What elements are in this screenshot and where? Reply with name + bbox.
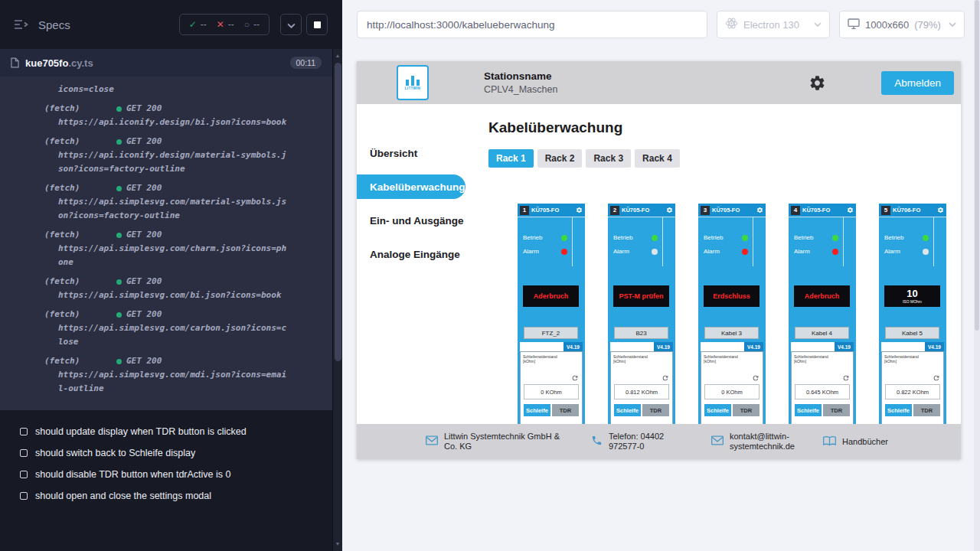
page-title: Kabelüberwachung bbox=[488, 119, 961, 136]
log-entry[interactable]: (fetch)GET 200 https://api.simplesvg.com… bbox=[0, 275, 332, 302]
footer-email[interactable]: kontakt@littwin-systemtechnik.de bbox=[711, 432, 806, 452]
refresh-icon[interactable] bbox=[933, 374, 940, 382]
footer-manuals[interactable]: Handbücher bbox=[823, 435, 888, 448]
tdr-button[interactable]: TDR bbox=[913, 404, 940, 416]
cable-name: Kabel 4 bbox=[795, 327, 849, 339]
scroll-up-arrow[interactable]: ▲ bbox=[333, 52, 342, 60]
firmware-version: V4.19 bbox=[564, 342, 583, 351]
spec-file-header[interactable]: kue705fo.cy.ts 00:11 bbox=[0, 49, 332, 77]
measurement-panel: Schleifenwiderstand [kOhm] 0 KOhm Schlei… bbox=[520, 351, 583, 424]
device-number-badge: 1 bbox=[520, 206, 529, 215]
measurement-value: 0 KOhm bbox=[524, 384, 579, 399]
sidebar-item-uebersicht[interactable]: Übersicht bbox=[357, 141, 473, 165]
tab-rack-1[interactable]: Rack 1 bbox=[488, 149, 534, 168]
tab-rack-4[interactable]: Rack 4 bbox=[635, 149, 680, 168]
stat-failed: ✕-- bbox=[217, 19, 234, 30]
refresh-icon[interactable] bbox=[752, 374, 760, 382]
test-item[interactable]: should switch back to Schleife display bbox=[0, 442, 332, 464]
schleife-button[interactable]: Schleife bbox=[524, 404, 550, 416]
test-item[interactable]: should open and close the settings modal bbox=[0, 485, 332, 507]
specs-menu-icon[interactable] bbox=[14, 19, 29, 30]
mail-icon bbox=[711, 435, 724, 448]
address-bar[interactable] bbox=[357, 11, 707, 38]
stop-button[interactable] bbox=[306, 14, 328, 35]
refresh-icon[interactable] bbox=[842, 374, 850, 382]
tab-rack-2[interactable]: Rack 2 bbox=[537, 149, 583, 168]
viewport-selector[interactable]: 1000x660 (79%) bbox=[839, 11, 965, 38]
device-settings-icon[interactable] bbox=[576, 207, 583, 214]
status-ok-dot bbox=[116, 233, 122, 238]
alarm-label: Alarm bbox=[704, 248, 720, 255]
tdr-button[interactable]: TDR bbox=[552, 404, 579, 416]
divider bbox=[753, 217, 753, 266]
app-header: LITTWIN Stationsname CPLV4_Maschen Abmel… bbox=[357, 61, 961, 104]
test-box-icon bbox=[20, 492, 28, 500]
footer-company: Littwin Systemtechnik GmbH & Co. KG bbox=[426, 432, 574, 452]
cable-name: FTZ_2 bbox=[524, 327, 578, 339]
log-entry[interactable]: (fetch)GET 200 https://api.simplesvg.com… bbox=[0, 308, 332, 349]
schleife-button[interactable]: Schleife bbox=[704, 404, 731, 416]
sidebar-item-analoge-eingaenge[interactable]: Analoge Eingänge bbox=[357, 242, 473, 266]
log-entry[interactable]: (fetch)GET 200 https://api.iconify.desig… bbox=[0, 135, 332, 176]
alarm-label: Alarm bbox=[794, 248, 810, 255]
footer-phone: Telefon: 04402 972577-0 bbox=[591, 432, 694, 452]
refresh-icon[interactable] bbox=[662, 374, 669, 382]
tdr-button[interactable]: TDR bbox=[823, 404, 850, 416]
browser-stage: Electron 130 1000x660 (79%) LITTWIN bbox=[342, 0, 980, 551]
mail-icon bbox=[426, 435, 438, 448]
tab-rack-3[interactable]: Rack 3 bbox=[586, 149, 631, 168]
betrieb-label: Betrieb bbox=[704, 234, 723, 241]
sidebar-item-kabelueberwachung[interactable]: Kabelüberwachung bbox=[357, 174, 466, 199]
scrollbar-thumb[interactable] bbox=[975, 0, 979, 331]
alarm-label: Alarm bbox=[884, 248, 900, 255]
betrieb-led bbox=[652, 235, 658, 241]
test-item[interactable]: should update display when TDR button is… bbox=[0, 421, 332, 442]
schleife-button[interactable]: Schleife bbox=[614, 404, 641, 416]
log-entry[interactable]: (fetch)GET 200 https://api.simplesvg.com… bbox=[0, 228, 332, 269]
measurement-panel: Schleifenwiderstand [kOhm] 0 KOhm Schlei… bbox=[701, 351, 763, 424]
device-settings-icon[interactable] bbox=[847, 207, 854, 214]
log-entry[interactable]: (fetch)GET 200 https://api.simplesvg.com… bbox=[0, 181, 332, 223]
browser-selector[interactable]: Electron 130 bbox=[717, 11, 830, 38]
reporter-scrollbar[interactable]: ▲ ▼ bbox=[332, 49, 342, 551]
sidebar-item-ein-und-ausgaenge[interactable]: Ein- und Ausgänge bbox=[357, 208, 473, 233]
log-entry[interactable]: icons=close bbox=[0, 83, 332, 96]
test-box-icon bbox=[20, 449, 28, 457]
refresh-icon[interactable] bbox=[571, 374, 579, 382]
betrieb-led bbox=[561, 235, 567, 241]
test-item[interactable]: should disable TDR button when tdrActive… bbox=[0, 464, 332, 485]
device-settings-icon[interactable] bbox=[756, 207, 763, 214]
tdr-button[interactable]: TDR bbox=[642, 404, 669, 416]
firmware-version: V4.19 bbox=[835, 342, 854, 351]
scrollbar-thumb[interactable] bbox=[335, 63, 341, 361]
scroll-down-arrow[interactable]: ▼ bbox=[333, 540, 342, 548]
log-entry[interactable]: (fetch)GET 200 https://api.iconify.desig… bbox=[0, 102, 332, 129]
cypress-runner-window: Specs ✓-- ✕-- ○-- kue705fo.cy.ts bbox=[0, 0, 980, 551]
logout-button[interactable]: Abmelden bbox=[881, 71, 954, 95]
measurement-value: 0 KOhm bbox=[704, 384, 760, 399]
measurement-label: Schleifenwiderstand [kOhm] bbox=[611, 352, 657, 364]
status-ok-dot bbox=[116, 106, 122, 112]
settings-gear-icon[interactable] bbox=[808, 74, 826, 92]
measurement-panel: Schleifenwiderstand [kOhm] 0.822 KOhm Sc… bbox=[881, 351, 944, 424]
schleife-button[interactable]: Schleife bbox=[795, 404, 822, 416]
alarm-led bbox=[742, 249, 748, 255]
alarm-led bbox=[561, 249, 567, 255]
page-scrollbar[interactable] bbox=[974, 0, 980, 551]
device-cards: 1 KÜ705-FO Betrieb Alarm Aderbruch bbox=[518, 204, 946, 424]
device-settings-icon[interactable] bbox=[937, 207, 944, 214]
measurement-value: 0.812 KOhm bbox=[614, 384, 669, 399]
device-model-label: KÜ705-FO bbox=[802, 207, 847, 214]
chevron-down-icon bbox=[287, 18, 296, 31]
schleife-button[interactable]: Schleife bbox=[885, 404, 912, 416]
tdr-button[interactable]: TDR bbox=[733, 404, 760, 416]
test-stats: ✓-- ✕-- ○-- bbox=[179, 14, 270, 35]
specs-label[interactable]: Specs bbox=[38, 18, 70, 31]
collapse-all-button[interactable] bbox=[280, 14, 302, 35]
log-entry[interactable]: (fetch)GET 200 https://api.simplesvg.com… bbox=[0, 354, 332, 396]
alarm-led bbox=[832, 249, 838, 255]
device-number-badge: 3 bbox=[701, 206, 710, 215]
device-card-5: 5 KÜ706-FO Betrieb Alarm 10 bbox=[879, 204, 946, 424]
device-settings-icon[interactable] bbox=[666, 207, 673, 214]
book-icon bbox=[823, 435, 836, 448]
